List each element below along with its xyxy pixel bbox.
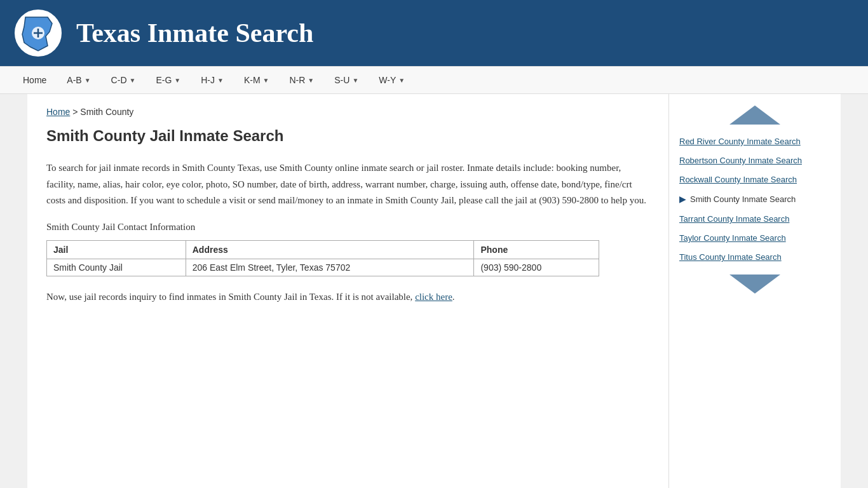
breadcrumb-current: Smith County	[80, 107, 133, 117]
dropdown-arrow-icon: ▼	[263, 77, 269, 84]
dropdown-arrow-icon: ▼	[352, 77, 358, 84]
breadcrumb-separator: >	[70, 107, 80, 117]
site-logo	[13, 8, 64, 58]
site-title: Texas Inmate Search	[76, 18, 313, 48]
sidebar-scroll-down[interactable]	[669, 274, 841, 294]
nav-item-cd[interactable]: C-D▼	[101, 69, 146, 92]
nav-label: A-B	[67, 75, 81, 85]
dropdown-arrow-icon: ▼	[174, 77, 180, 84]
main-content: Home > Smith County Smith County Jail In…	[27, 94, 669, 488]
bottom-text-before: Now, use jail records inquiry to find in…	[46, 292, 412, 302]
sidebar-scroll-up[interactable]	[669, 105, 841, 125]
nav-label: S-U	[334, 75, 349, 85]
dropdown-arrow-icon: ▼	[130, 77, 136, 84]
sidebar-link-item[interactable]: Red River County Inmate Search	[669, 132, 841, 151]
dropdown-arrow-icon: ▼	[85, 77, 91, 84]
triangle-down-icon	[729, 274, 780, 294]
table-cell-phone: (903) 590-2800	[474, 259, 599, 276]
sidebar: Red River County Inmate SearchRobertson …	[669, 94, 841, 488]
nav-label: E-G	[156, 75, 172, 85]
dropdown-arrow-icon: ▼	[398, 77, 405, 84]
table-row: Smith County Jail 206 East Elm Street, T…	[47, 259, 599, 276]
main-wrapper: Home > Smith County Smith County Jail In…	[27, 94, 841, 488]
sidebar-link-item[interactable]: Titus County Inmate Search	[669, 248, 841, 267]
nav-item-home[interactable]: Home	[13, 69, 57, 92]
dropdown-arrow-icon: ▼	[217, 77, 224, 84]
nav-item-ab[interactable]: A-B▼	[57, 69, 100, 92]
click-here-link[interactable]: click here	[415, 292, 452, 302]
table-header-jail: Jail	[47, 240, 186, 259]
nav-item-eg[interactable]: E-G▼	[146, 69, 191, 92]
sidebar-link-item[interactable]: Tarrant County Inmate Search	[669, 210, 841, 229]
contact-heading: Smith County Jail Contact Information	[46, 222, 649, 233]
sidebar-links: Red River County Inmate SearchRobertson …	[669, 132, 841, 267]
table-header-phone: Phone	[474, 240, 599, 259]
nav-label: H-J	[201, 75, 215, 85]
navigation-bar: HomeA-B▼C-D▼E-G▼H-J▼K-M▼N-R▼S-U▼W-Y▼	[0, 66, 868, 94]
nav-label: N-R	[289, 75, 305, 85]
nav-item-hj[interactable]: H-J▼	[191, 69, 234, 92]
nav-label: C-D	[111, 75, 127, 85]
sidebar-link-item[interactable]: Rockwall County Inmate Search	[669, 170, 841, 189]
sidebar-link-item[interactable]: Taylor County Inmate Search	[669, 229, 841, 248]
breadcrumb-home-link[interactable]: Home	[46, 107, 70, 117]
table-header-row: Jail Address Phone	[47, 240, 599, 259]
jail-table: Jail Address Phone Smith County Jail 206…	[46, 240, 599, 276]
page-title: Smith County Jail Inmate Search	[46, 127, 649, 145]
sidebar-current-label: Smith County Inmate Search	[690, 193, 796, 207]
sidebar-current-item: ▶Smith County Inmate Search	[669, 189, 841, 210]
dropdown-arrow-icon: ▼	[308, 77, 314, 84]
nav-label: W-Y	[379, 75, 396, 85]
bottom-text: Now, use jail records inquiry to find in…	[46, 289, 649, 306]
table-cell-address: 206 East Elm Street, Tyler, Texas 75702	[186, 259, 474, 276]
table-cell-jail: Smith County Jail	[47, 259, 186, 276]
bottom-text-after: .	[452, 292, 455, 302]
nav-item-km[interactable]: K-M▼	[234, 69, 280, 92]
nav-item-nr[interactable]: N-R▼	[279, 69, 324, 92]
nav-item-wy[interactable]: W-Y▼	[369, 69, 415, 92]
body-text: To search for jail inmate records in Smi…	[46, 160, 649, 209]
breadcrumb: Home > Smith County	[46, 107, 649, 117]
nav-item-su[interactable]: S-U▼	[324, 69, 369, 92]
nav-label: K-M	[244, 75, 261, 85]
table-header-address: Address	[186, 240, 474, 259]
nav-label: Home	[23, 75, 46, 85]
site-header: Texas Inmate Search	[0, 0, 868, 66]
triangle-up-icon	[729, 105, 780, 125]
sidebar-link-item[interactable]: Robertson County Inmate Search	[669, 151, 841, 170]
current-item-arrow-icon: ▶	[679, 192, 686, 207]
